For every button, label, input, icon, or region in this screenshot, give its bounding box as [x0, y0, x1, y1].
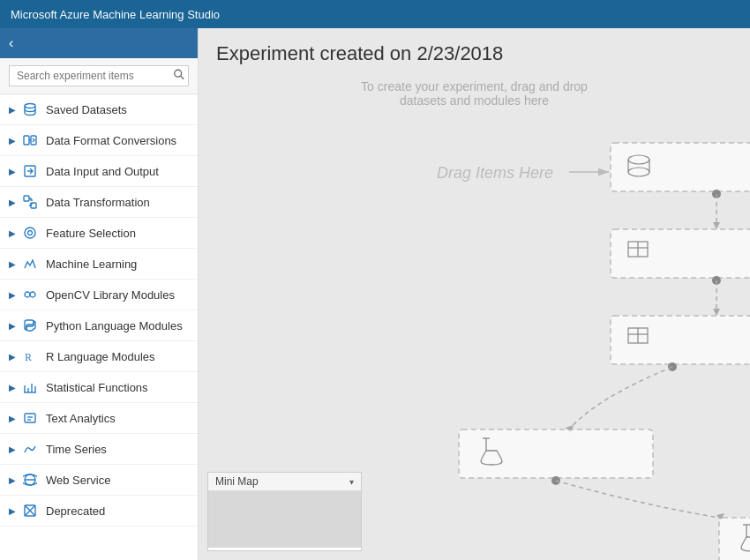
- mini-map-content: [208, 491, 361, 548]
- nav-arrow-python-language: ▶: [9, 321, 16, 331]
- search-box-container: [0, 58, 198, 94]
- nav-item-data-transformation[interactable]: ▶ Data Transformation: [0, 187, 198, 218]
- svg-marker-34: [713, 309, 720, 316]
- nav-label-time-series: Time Series: [46, 443, 107, 456]
- nav-icon-statistical-functions: [21, 378, 39, 396]
- mini-map-label: Mini Map: [215, 475, 259, 488]
- nav-arrow-machine-learning: ▶: [9, 259, 16, 269]
- nav-arrow-statistical-functions: ▶: [9, 383, 16, 392]
- nav-arrow-time-series: ▶: [9, 444, 16, 454]
- svg-point-11: [30, 292, 35, 297]
- connector-curve-4-5: [556, 481, 719, 518]
- nav-icon-opencv-library: [21, 286, 39, 303]
- connector-curve-left: [569, 367, 672, 429]
- svg-point-9: [28, 231, 33, 235]
- mini-map-chevron[interactable]: ▾: [349, 477, 354, 487]
- nav-icon-web-service: [21, 471, 39, 489]
- nav-icon-saved-datasets: [21, 101, 39, 118]
- nav-list: ▶ Saved Datasets ▶ Data Format Conversio…: [0, 94, 198, 560]
- nav-item-web-service[interactable]: ▶ Web Service: [0, 465, 198, 496]
- module-box-1[interactable]: [611, 143, 750, 191]
- nav-label-data-transformation: Data Transformation: [46, 196, 150, 209]
- nav-icon-machine-learning: [21, 255, 39, 273]
- nav-icon-python-language: [21, 317, 39, 334]
- svg-rect-4: [31, 136, 36, 145]
- nav-arrow-web-service: ▶: [9, 475, 16, 485]
- svg-point-2: [25, 104, 35, 108]
- svg-point-0: [175, 70, 182, 77]
- nav-icon-data-input-output: [21, 162, 39, 180]
- search-icon: [173, 69, 185, 81]
- svg-rect-6: [24, 196, 29, 201]
- nav-arrow-data-format-conversions: ▶: [9, 136, 16, 146]
- drag-items-label: Drag Items Here: [437, 164, 553, 182]
- nav-arrow-data-transformation: ▶: [9, 198, 16, 207]
- nav-label-feature-selection: Feature Selection: [46, 227, 136, 240]
- nav-item-text-analytics[interactable]: ▶ Text Analytics: [0, 403, 198, 434]
- nav-item-python-language[interactable]: ▶ Python Language Modules: [0, 310, 198, 341]
- nav-icon-deprecated: [21, 502, 39, 519]
- nav-item-saved-datasets[interactable]: ▶ Saved Datasets: [0, 94, 198, 125]
- svg-point-8: [25, 228, 35, 238]
- collapse-button[interactable]: ‹: [9, 35, 13, 51]
- nav-item-deprecated[interactable]: ▶ Deprecated: [0, 496, 198, 526]
- sidebar-header: ‹: [0, 28, 198, 58]
- nav-arrow-saved-datasets: ▶: [9, 105, 16, 115]
- svg-point-10: [25, 292, 30, 297]
- nav-label-saved-datasets: Saved Datasets: [46, 103, 127, 116]
- module-box-3[interactable]: [611, 316, 750, 364]
- svg-rect-3: [24, 136, 29, 145]
- nav-item-data-input-output[interactable]: ▶ Data Input and Output: [0, 156, 198, 187]
- svg-text:R: R: [25, 351, 32, 363]
- nav-label-r-language: R Language Modules: [46, 350, 155, 363]
- nav-icon-time-series: [21, 440, 39, 458]
- nav-arrow-deprecated: ▶: [9, 506, 16, 516]
- nav-label-opencv-library: OpenCV Library Modules: [46, 288, 175, 302]
- nav-item-r-language[interactable]: ▶ R R Language Modules: [0, 341, 198, 372]
- svg-rect-18: [25, 414, 35, 422]
- nav-item-opencv-library[interactable]: ▶ OpenCV Library Modules: [0, 280, 198, 310]
- title-bar: Microsoft Azure Machine Learning Studio: [0, 0, 750, 28]
- nav-label-data-input-output: Data Input and Output: [46, 165, 159, 178]
- canvas-area: Experiment created on 2/23/2018 To creat…: [199, 28, 750, 560]
- nav-arrow-text-analytics: ▶: [9, 414, 16, 423]
- module-box-2[interactable]: [611, 229, 750, 278]
- nav-icon-text-analytics: [21, 409, 39, 427]
- nav-icon-data-transformation: [21, 193, 39, 211]
- nav-label-web-service: Web Service: [46, 474, 110, 487]
- nav-arrow-data-input-output: ▶: [9, 167, 16, 176]
- nav-label-python-language: Python Language Modules: [46, 319, 183, 332]
- nav-arrow-r-language: ▶: [9, 352, 16, 362]
- search-input[interactable]: [9, 65, 189, 86]
- nav-arrow-opencv-library: ▶: [9, 290, 16, 300]
- nav-label-data-format-conversions: Data Format Conversions: [46, 134, 176, 147]
- mini-map-header: Mini Map ▾: [208, 473, 361, 491]
- module-box-4[interactable]: [459, 429, 653, 478]
- nav-item-machine-learning[interactable]: ▶ Machine Learning: [0, 249, 198, 280]
- app-title: Microsoft Azure Machine Learning Studio: [11, 8, 220, 21]
- nav-label-machine-learning: Machine Learning: [46, 258, 137, 271]
- mini-map: Mini Map ▾: [207, 472, 362, 551]
- nav-label-text-analytics: Text Analytics: [46, 412, 116, 425]
- svg-line-1: [181, 76, 184, 79]
- nav-item-feature-selection[interactable]: ▶ Feature Selection: [0, 218, 198, 249]
- main-layout: ‹ ▶ Saved Datasets ▶ Data Format C: [0, 28, 750, 560]
- svg-marker-30: [713, 222, 720, 229]
- nav-label-deprecated: Deprecated: [46, 504, 105, 518]
- nav-label-statistical-functions: Statistical Functions: [46, 381, 148, 394]
- nav-item-data-format-conversions[interactable]: ▶ Data Format Conversions: [0, 125, 198, 156]
- nav-icon-feature-selection: [21, 224, 39, 242]
- nav-item-time-series[interactable]: ▶ Time Series: [0, 434, 198, 465]
- nav-item-statistical-functions[interactable]: ▶ Statistical Functions: [0, 372, 198, 403]
- search-icon-button[interactable]: [173, 69, 185, 84]
- nav-arrow-feature-selection: ▶: [9, 228, 16, 238]
- sidebar: ‹ ▶ Saved Datasets ▶ Data Format C: [0, 28, 199, 560]
- nav-icon-r-language: R: [21, 347, 39, 365]
- nav-icon-data-format-conversions: [21, 131, 39, 149]
